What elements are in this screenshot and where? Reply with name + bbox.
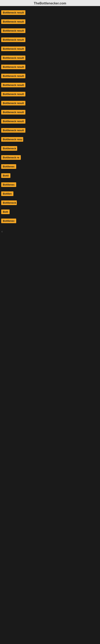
small-label: c <box>1 230 3 233</box>
bottleneck-badge[interactable]: Bottleneck <box>1 200 17 205</box>
bottleneck-row: Bottleneck result <box>0 108 100 117</box>
site-header: TheBottlenecker.com <box>0 0 100 6</box>
bottleneck-row: Bottleneck result <box>0 72 100 80</box>
bottleneck-row: Bottl <box>0 171 100 180</box>
bottleneck-badge[interactable]: Bottlenec <box>1 218 16 223</box>
bottleneck-row: Bottleneck result <box>0 17 100 26</box>
bottleneck-row: Bottleneck result <box>0 8 100 17</box>
bottleneck-badge[interactable]: Bottleneck <box>1 146 17 151</box>
bottleneck-badge[interactable]: Bottlenec <box>1 164 16 169</box>
bottleneck-badge[interactable]: Bottleneck result <box>1 64 25 69</box>
bottleneck-row: Bottleneck result <box>0 62 100 72</box>
bottleneck-row: Bottleneck result <box>0 80 100 90</box>
bottleneck-row: Bottleneck resu <box>0 135 100 144</box>
bottleneck-row: Bottlenec <box>0 162 100 171</box>
bottleneck-badge[interactable]: Bottleneck result <box>1 74 25 78</box>
bottleneck-row: Bottleneck result <box>0 53 100 62</box>
bottleneck-row: Bott <box>0 207 100 216</box>
bottleneck-badge[interactable]: Bottleneck resu <box>1 137 23 142</box>
bottleneck-badge[interactable]: Bottleneck result <box>1 110 25 114</box>
bottleneck-badge[interactable]: Bottleneck result <box>1 19 25 24</box>
bottleneck-row: Bottleneck <box>0 144 100 153</box>
bottleneck-badge[interactable]: Bottleneck result <box>1 10 25 15</box>
bottleneck-row: Bottleneck result <box>0 98 100 108</box>
bottleneck-row: Bottlenec <box>0 216 100 226</box>
bottleneck-row: Bottleneck <box>0 198 100 207</box>
bottleneck-badge[interactable]: Bottleneck result <box>1 46 25 51</box>
bottleneck-badge[interactable]: Bottleneck result <box>1 38 25 42</box>
content-area: Bottleneck resultBottleneck resultBottle… <box>0 6 100 228</box>
bottleneck-badge[interactable]: Bottleneck result <box>1 92 25 96</box>
bottleneck-row: Bottleneck result <box>0 35 100 44</box>
bottleneck-row: Bottleneck result <box>0 90 100 98</box>
bottleneck-badge[interactable]: Bottlen <box>1 192 13 196</box>
bottleneck-badge[interactable]: Bottl <box>1 173 10 178</box>
bottleneck-row: Bottleneck re <box>0 153 100 162</box>
bottleneck-row: Bottlen <box>0 189 100 198</box>
bottom-section <box>0 288 100 408</box>
bottleneck-row: Bottleneck result <box>0 26 100 35</box>
site-title: TheBottlenecker.com <box>34 2 66 5</box>
bottleneck-badge[interactable]: Bottleneck result <box>1 128 25 132</box>
bottleneck-row: Bottleneck result <box>0 126 100 135</box>
bottleneck-badge[interactable]: Bottleneck result <box>1 28 25 33</box>
bottleneck-badge[interactable]: Bott <box>1 210 10 214</box>
bottleneck-badge[interactable]: Bottleneck result <box>1 83 25 87</box>
bottleneck-row: Bottleneck result <box>0 44 100 53</box>
bottleneck-badge[interactable]: Bottleneck result <box>1 119 25 124</box>
bottleneck-badge[interactable]: Bottleneck re <box>1 155 21 160</box>
bottleneck-badge[interactable]: Bottlenec <box>1 182 16 187</box>
bottleneck-row: Bottleneck result <box>0 117 100 126</box>
spacer-section: c <box>0 228 100 288</box>
bottleneck-badge[interactable]: Bottleneck result <box>1 101 25 106</box>
bottleneck-badge[interactable]: Bottleneck result <box>1 56 25 60</box>
bottleneck-row: Bottlenec <box>0 180 100 189</box>
